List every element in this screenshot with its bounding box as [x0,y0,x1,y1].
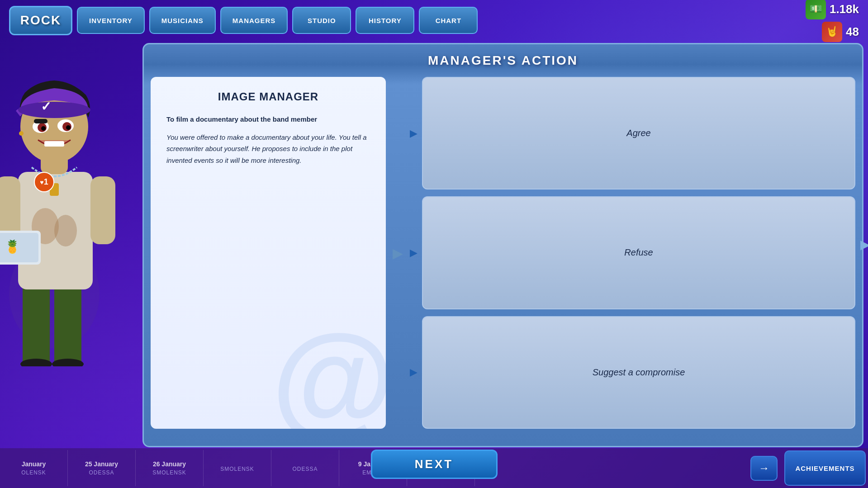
nav-inventory-button[interactable]: INVENTORY [77,7,145,34]
currency-area: 💵 1.18k 🤘 48 [806,0,859,42]
svg-point-26 [19,131,24,136]
money-row: 💵 1.18k [806,0,859,19]
option-row-agree: ▶ Agree [410,77,855,190]
options-panel: ▶ Agree ▶ Refuse ▶ Suggest a compromise [410,77,855,429]
timeline-item: SMOLENSK [204,450,271,486]
timeline-item: 26 January SMOLENSK [136,450,204,486]
svg-text:✓: ✓ [41,99,51,114]
manager-action-panel: MANAGER'S ACTION IMAGE MANAGER To film a… [142,43,863,447]
timeline-item: 25 January ODESSA [68,450,136,486]
panel-edge-arrow: ▶ [860,237,868,251]
fans-icon: 🤘 [822,22,842,42]
nav-studio-button[interactable]: STUDIO [292,7,351,34]
svg-rect-1 [23,285,50,366]
timeline-item: January OLENSK [0,450,68,486]
svg-text:🍍: 🍍 [5,239,20,254]
character-svg: 🍍 ✓ [0,23,122,366]
compromise-button[interactable]: Suggest a compromise [422,316,855,429]
nav-history-button[interactable]: HISTORY [356,7,414,34]
achievements-button[interactable]: ACHIEVEMENTS [784,450,866,486]
notification-count: 1 [44,177,48,187]
top-navigation: ROCK INVENTORY MUSICIANS MANAGERS STUDIO… [0,0,868,41]
refuse-button[interactable]: Refuse [422,196,855,309]
timeline-item: ODESSA [271,450,339,486]
nav-managers-button[interactable]: MANAGERS [220,7,288,34]
money-value: 1.18k [830,2,859,16]
description-subtitle: To film a documentary about the band mem… [166,114,370,125]
agree-button[interactable]: Agree [422,77,855,190]
nav-musicians-button[interactable]: MUSICIANS [149,7,216,34]
svg-point-7 [54,215,77,246]
divider-arrow: ▶ [393,77,403,429]
fans-row: 🤘 48 [822,22,859,42]
notification-badge: ♥ 1 [34,172,54,192]
svg-point-22 [41,126,46,131]
arrow-refuse: ▶ [410,247,417,259]
svg-point-16 [18,102,90,118]
svg-rect-24 [34,119,47,123]
money-icon: 💵 [806,0,826,19]
option-row-refuse: ▶ Refuse [410,196,855,309]
description-title: IMAGE MANAGER [166,90,370,103]
logo-text: ROCK [20,13,61,28]
character: 🍍 ✓ ♥ 1 [0,23,122,366]
fans-value: 48 [846,25,859,39]
description-body: You were offered to make a documentary a… [166,132,370,166]
arrow-agree: ▶ [410,128,417,139]
svg-point-23 [66,125,71,130]
next-button[interactable]: NEXT [371,450,498,479]
svg-rect-25 [44,141,64,147]
nav-chart-button[interactable]: CHART [419,7,478,34]
arrow-compromise: ▶ [410,366,417,378]
svg-rect-9 [90,176,115,244]
svg-rect-2 [54,285,81,366]
panel-content: IMAGE MANAGER To film a documentary abou… [151,77,855,429]
timeline-forward-button[interactable]: → [750,456,778,481]
panel-title: MANAGER'S ACTION [151,51,855,70]
option-row-compromise: ▶ Suggest a compromise [410,316,855,429]
description-panel: IMAGE MANAGER To film a documentary abou… [151,77,386,429]
logo-button[interactable]: ROCK [9,6,72,35]
